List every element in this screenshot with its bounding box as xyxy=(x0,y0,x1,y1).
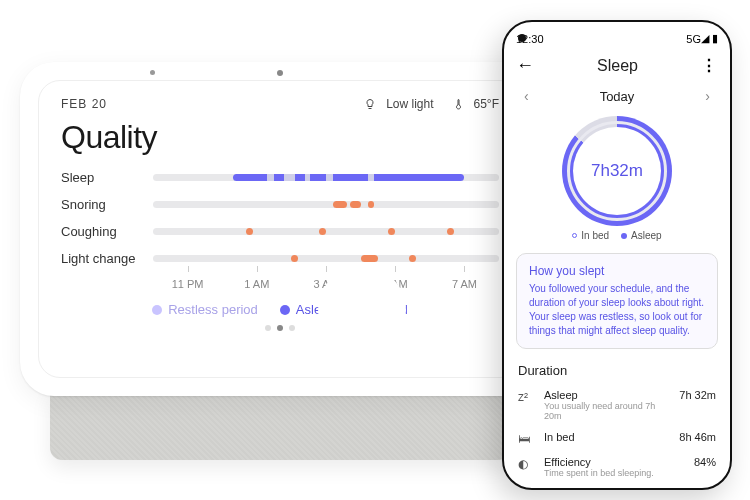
day-nav: ‹ Today › xyxy=(504,84,730,110)
duration-row-asleep[interactable]: z² Asleep You usually need around 7h 20m… xyxy=(504,384,730,426)
battery-icon: ▮ xyxy=(712,32,718,45)
dot-icon xyxy=(152,305,162,315)
hub-bezel: FEB 20 Low light 65°F Quality Sleep xyxy=(20,62,540,396)
row-snoring-label: Snoring xyxy=(61,197,139,212)
dot-icon xyxy=(358,306,366,314)
next-day-button[interactable]: › xyxy=(705,88,710,104)
duration-row-inbed[interactable]: 🛏 In bed 8h 46m xyxy=(504,426,730,451)
row-sleep: Sleep xyxy=(61,170,499,185)
appbar-title: Sleep xyxy=(534,57,701,75)
dot-icon xyxy=(572,233,577,238)
row-snoring-track xyxy=(153,201,499,208)
hub-legend: Restless period Asleep In bed xyxy=(61,302,499,317)
duration-label: Efficiency xyxy=(544,456,684,468)
row-snoring: Snoring xyxy=(61,197,499,212)
hub-temp: 65°F xyxy=(474,97,499,111)
row-light-change-track xyxy=(153,255,499,262)
hub-header: FEB 20 Low light 65°F xyxy=(61,97,499,111)
hub-light-label: Low light xyxy=(386,97,433,111)
duration-sub: Time spent in bed sleeping. xyxy=(544,468,684,478)
hub-camera xyxy=(277,70,283,76)
status-network: 5G xyxy=(686,33,701,45)
hub-screen: FEB 20 Low light 65°F Quality Sleep xyxy=(38,80,522,378)
row-sleep-label: Sleep xyxy=(61,170,139,185)
legend-restless: Restless period xyxy=(152,302,258,317)
thermometer-icon xyxy=(452,98,464,110)
row-coughing-track xyxy=(153,228,499,235)
hub-date: FEB 20 xyxy=(61,97,107,111)
efficiency-icon: ◐ xyxy=(518,456,534,471)
dot-icon xyxy=(621,233,627,239)
day-label: Today xyxy=(600,89,635,104)
card-title: How you slept xyxy=(529,264,705,278)
duration-label: In bed xyxy=(544,431,669,443)
hub-device: FEB 20 Low light 65°F Quality Sleep xyxy=(20,62,540,466)
sleep-ring-chart: 7h32m xyxy=(504,110,730,230)
hub-title: Quality xyxy=(61,119,499,156)
axis-tick: 7 AM xyxy=(430,278,499,290)
sleep-zzz-icon: z² xyxy=(518,389,534,404)
row-coughing: Coughing xyxy=(61,224,499,239)
duration-header: Duration xyxy=(504,359,730,384)
row-light-change-label: Light change xyxy=(61,251,139,266)
phone-appbar: ← Sleep ⋮ xyxy=(504,47,730,84)
card-body: You followed your schedule, and the dura… xyxy=(529,282,705,338)
dot-icon xyxy=(280,305,290,315)
signal-icon: ◢ xyxy=(701,32,708,45)
bed-icon: 🛏 xyxy=(518,431,534,446)
ring-legend-asleep: Asleep xyxy=(621,230,662,241)
row-sleep-track xyxy=(153,174,499,181)
duration-sub: You usually need around 7h 20m xyxy=(544,401,669,421)
sleep-ring-value: 7h32m xyxy=(591,161,643,181)
phone-device: 12:30 5G ◢ ▮ ← Sleep ⋮ ‹ Today › 7h32m I… xyxy=(502,20,732,490)
back-button[interactable]: ← xyxy=(516,55,534,76)
hub-sensor xyxy=(150,70,155,75)
ring-legend-inbed: In bed xyxy=(572,230,609,241)
duration-label: Asleep xyxy=(544,389,669,401)
how-you-slept-card[interactable]: How you slept You followed your schedule… xyxy=(516,253,718,349)
hub-pager[interactable] xyxy=(61,325,499,331)
duration-row-efficiency[interactable]: ◐ Efficiency Time spent in bed sleeping.… xyxy=(504,451,730,483)
duration-value: 8h 46m xyxy=(679,431,716,443)
phone-camera xyxy=(518,34,526,42)
phone-status-bar: 12:30 5G ◢ ▮ xyxy=(504,22,730,47)
prev-day-button[interactable]: ‹ xyxy=(524,88,529,104)
sleep-ring: 7h32m xyxy=(562,116,672,226)
duration-value: 7h 32m xyxy=(679,389,716,401)
axis-tick: 11 PM xyxy=(153,278,222,290)
duration-value: 84% xyxy=(694,456,716,468)
more-button[interactable]: ⋮ xyxy=(701,56,718,75)
hub-base xyxy=(50,390,510,460)
row-light-change: Light change xyxy=(61,251,499,266)
legend-inbed: In bed xyxy=(358,302,408,317)
lightbulb-icon xyxy=(364,98,376,110)
ring-legend: In bed Asleep xyxy=(504,230,730,249)
axis-tick: 1 AM xyxy=(222,278,291,290)
row-coughing-label: Coughing xyxy=(61,224,139,239)
